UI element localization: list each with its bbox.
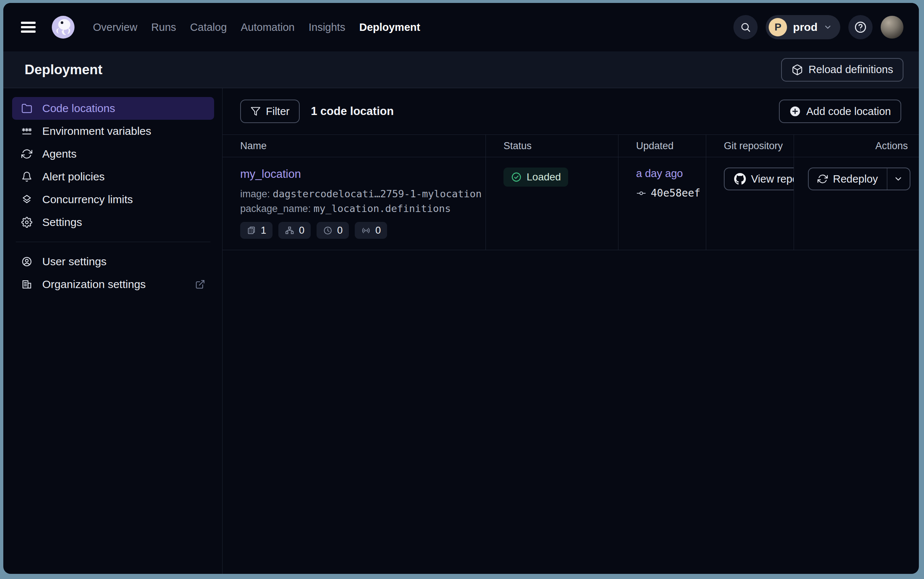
plus-circle-icon	[789, 105, 801, 117]
sidebar-item-alert-policies[interactable]: Alert policies	[12, 165, 214, 188]
dagster-logo[interactable]	[51, 15, 75, 39]
sidebar-item-agents[interactable]: Agents	[12, 142, 214, 165]
sidebar-item-label: Organization settings	[42, 278, 146, 291]
redeploy-icon	[818, 174, 828, 184]
nav-runs[interactable]: Runs	[151, 21, 176, 33]
organization-icon	[21, 278, 33, 290]
commit-hash: 40e58eef	[651, 187, 700, 199]
chevron-down-icon	[893, 174, 903, 184]
bell-icon	[21, 171, 33, 183]
search-button[interactable]	[733, 15, 757, 39]
nav-insights[interactable]: Insights	[309, 21, 345, 33]
nav-deployment[interactable]: Deployment	[359, 21, 420, 33]
toolbar: Filter 1 code location Add code location	[222, 88, 919, 134]
column-header-git-repository: Git repository	[706, 135, 793, 157]
deployment-switcher[interactable]: P prod	[766, 15, 840, 39]
sidebar-item-user-settings[interactable]: User settings	[12, 250, 214, 273]
sidebar-item-label: Alert policies	[42, 170, 104, 183]
user-avatar[interactable]	[881, 16, 903, 39]
table-row: my_location image: dagstercodelocati…275…	[222, 157, 919, 250]
status-badge: Loaded	[503, 167, 568, 186]
code-location-count: 1 code location	[311, 105, 394, 118]
sensor-icon	[361, 226, 371, 236]
graphs-count-badge: 0	[278, 222, 311, 239]
github-icon	[734, 173, 746, 185]
filter-icon	[250, 106, 261, 116]
image-line: image: dagstercodelocati…2759-1-mylocati…	[240, 186, 485, 201]
sidebar: Code locations Environment variables	[3, 88, 222, 574]
cell-actions: Redeploy	[793, 157, 919, 250]
updated-link[interactable]: a day ago	[636, 167, 683, 180]
cell-updated: a day ago 40e58eef	[618, 157, 706, 250]
sidebar-item-concurrency-limits[interactable]: Concurrency limits	[12, 188, 214, 211]
cell-git-repository: View repo	[706, 157, 793, 250]
jobs-count-badge: 1	[240, 222, 273, 239]
column-header-actions: Actions	[793, 135, 919, 157]
sensors-count-badge: 0	[355, 222, 387, 239]
schedule-icon	[323, 226, 333, 236]
column-header-name: Name	[222, 135, 485, 157]
help-icon	[853, 20, 868, 34]
search-icon	[740, 22, 751, 33]
chevron-down-icon	[823, 23, 832, 32]
person-icon	[21, 256, 33, 267]
layers-icon	[21, 194, 33, 205]
topnav-right: P prod	[733, 15, 903, 39]
sidebar-item-label: User settings	[42, 255, 106, 268]
app-body: Code locations Environment variables	[3, 88, 919, 574]
definition-count-badges: 1 0	[240, 222, 485, 239]
commit-icon	[636, 188, 646, 198]
sidebar-item-label: Settings	[42, 216, 82, 229]
app-window: Overview Runs Catalog Automation Insight…	[3, 3, 919, 574]
column-header-updated: Updated	[618, 135, 706, 157]
sidebar-item-code-locations[interactable]: Code locations	[12, 97, 214, 120]
page-title: Deployment	[24, 62, 103, 77]
deployment-initial-badge: P	[769, 18, 787, 36]
primary-nav: Overview Runs Catalog Automation Insight…	[93, 21, 420, 33]
commit-line: 40e58eef	[636, 187, 706, 199]
external-link-icon	[195, 279, 205, 290]
nav-catalog[interactable]: Catalog	[190, 21, 227, 33]
folder-icon	[21, 103, 33, 114]
sidebar-item-label: Concurrency limits	[42, 193, 133, 206]
add-code-location-button[interactable]: Add code location	[779, 100, 901, 123]
deployment-name: prod	[793, 21, 818, 33]
jobs-icon	[247, 226, 256, 236]
agents-icon	[21, 148, 33, 160]
nav-overview[interactable]: Overview	[93, 21, 137, 33]
redeploy-button[interactable]: Redeploy	[809, 168, 887, 190]
view-repo-button[interactable]: View repo	[724, 167, 793, 190]
sidebar-divider	[16, 242, 211, 242]
main-content: Filter 1 code location Add code location…	[222, 88, 919, 574]
sidebar-item-organization-settings[interactable]: Organization settings	[12, 273, 214, 296]
cell-status: Loaded	[485, 157, 618, 250]
table-header: Name Status Updated Git repository Actio…	[222, 134, 919, 157]
sidebar-item-settings[interactable]: Settings	[12, 211, 214, 234]
sidebar-item-label: Environment variables	[42, 125, 151, 137]
top-nav: Overview Runs Catalog Automation Insight…	[3, 3, 919, 51]
redeploy-menu-button[interactable]	[887, 168, 910, 190]
menu-icon[interactable]	[21, 22, 36, 33]
env-vars-icon	[21, 125, 33, 137]
column-header-status: Status	[485, 135, 618, 157]
reload-definitions-button[interactable]: Reload definitions	[781, 58, 903, 82]
redeploy-split-button: Redeploy	[808, 167, 910, 190]
help-button[interactable]	[848, 15, 873, 39]
sidebar-item-label: Code locations	[42, 102, 115, 114]
gear-icon	[21, 216, 33, 228]
filter-button[interactable]: Filter	[240, 100, 300, 123]
code-location-link[interactable]: my_location	[240, 167, 301, 181]
check-circle-icon	[511, 172, 522, 183]
cell-name: my_location image: dagstercodelocati…275…	[222, 157, 485, 250]
graph-icon	[285, 226, 294, 236]
page-header: Deployment Reload definitions	[3, 51, 919, 88]
sidebar-item-label: Agents	[42, 148, 77, 160]
package-line: package_name: my_location.definitions	[240, 201, 485, 216]
sidebar-item-environment-variables[interactable]: Environment variables	[12, 120, 214, 142]
reload-definitions-icon	[792, 64, 803, 76]
schedules-count-badge: 0	[317, 222, 349, 239]
nav-automation[interactable]: Automation	[241, 21, 295, 33]
